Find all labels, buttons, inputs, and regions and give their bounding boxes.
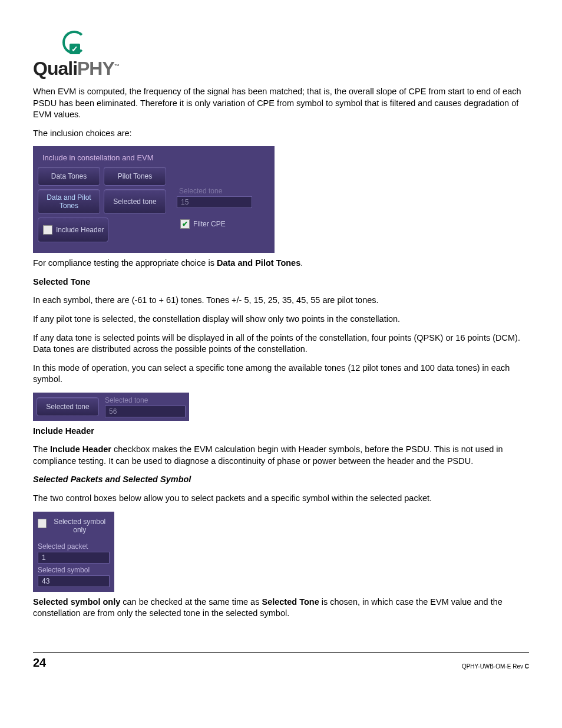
- selected-symbol-input[interactable]: [38, 575, 110, 587]
- qualiphy-logo: ✓ QualiPHY™: [33, 29, 529, 83]
- data-and-pilot-tones-button[interactable]: Data and Pilot Tones: [38, 189, 100, 214]
- selected-tone-input[interactable]: [177, 196, 252, 208]
- document-revision: QPHY-UWB-OM-E Rev C: [462, 663, 529, 670]
- data-tones-button[interactable]: Data Tones: [38, 167, 100, 186]
- section-heading: Selected Packets and Selected Symbol: [33, 474, 529, 486]
- page-number: 24: [33, 656, 46, 670]
- selected-tone-input[interactable]: [105, 406, 186, 417]
- body-paragraph: If any data tone is selected points will…: [33, 332, 529, 355]
- selected-symbol-label: Selected symbol: [38, 564, 110, 575]
- section-heading: Selected Tone: [33, 276, 529, 288]
- selected-symbol-only-checkbox[interactable]: Selected symbol only: [38, 516, 110, 540]
- logo-text: QualiPHY™: [33, 58, 119, 79]
- checkbox-label: Filter CPE: [193, 220, 226, 228]
- panel-title: Include in constellation and EVM: [38, 152, 270, 167]
- checkbox-icon: [43, 225, 52, 235]
- selected-tone-label: Selected tone: [177, 186, 252, 196]
- body-paragraph: The Include Header checkbox makes the EV…: [33, 444, 529, 467]
- body-paragraph: When EVM is computed, the frequency of t…: [33, 86, 529, 121]
- body-paragraph: If any pilot tone is selected, the const…: [33, 314, 529, 325]
- body-paragraph: For compliance testing the appropriate c…: [33, 258, 529, 269]
- selected-packet-label: Selected packet: [38, 540, 110, 552]
- checkbox-icon: [180, 219, 190, 229]
- selected-tone-panel: Selected tone Selected tone: [33, 393, 189, 421]
- checkbox-icon: [38, 519, 47, 528]
- filter-cpe-checkbox[interactable]: Filter CPE: [177, 215, 252, 233]
- selected-packets-symbol-panel: Selected symbol only Selected packet Sel…: [33, 512, 114, 592]
- include-constellation-evm-panel: Include in constellation and EVM Data To…: [33, 146, 275, 253]
- body-paragraph: The two control boxes below allow you to…: [33, 493, 529, 505]
- pilot-tones-button[interactable]: Pilot Tones: [104, 167, 166, 186]
- body-paragraph: In this mode of operation, you can selec…: [33, 363, 529, 386]
- include-header-checkbox[interactable]: Include Header: [38, 218, 108, 242]
- selected-tone-label: Selected tone: [105, 396, 186, 406]
- body-paragraph: The inclusion choices are:: [33, 128, 529, 140]
- checkbox-label: Include Header: [56, 226, 104, 234]
- body-paragraph: Selected symbol only can be checked at t…: [33, 597, 529, 620]
- selected-packet-input[interactable]: [38, 552, 110, 564]
- page-footer: 24 QPHY-UWB-OM-E Rev C: [33, 652, 529, 670]
- checkbox-label: Selected symbol only: [50, 518, 110, 535]
- selected-tone-button[interactable]: Selected tone: [104, 189, 166, 214]
- section-heading: Include Header: [33, 426, 529, 437]
- logo-mark: ✓: [61, 29, 90, 58]
- selected-tone-button[interactable]: Selected tone: [37, 397, 99, 416]
- body-paragraph: In each symbol, there are (-61 to + 61) …: [33, 295, 529, 307]
